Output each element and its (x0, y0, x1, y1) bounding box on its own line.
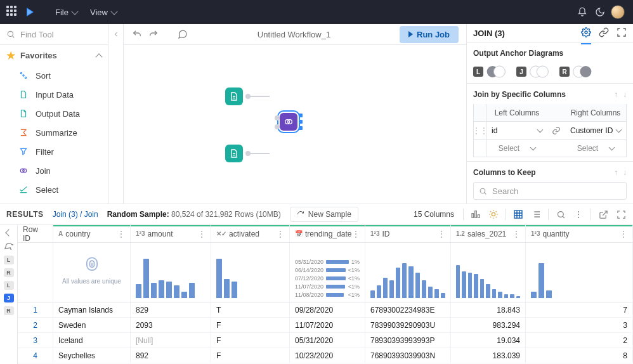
column-menu-icon[interactable]: ⋮ (351, 229, 361, 239)
insights-icon[interactable] (488, 209, 499, 220)
column-header-country[interactable]: Acountry⋮ (53, 225, 131, 242)
table-row[interactable]: 4Seychelles892F10/23/202076890393039903N… (18, 348, 633, 363)
tool-item-select[interactable]: Select (0, 180, 108, 199)
menu-file[interactable]: File (49, 8, 84, 17)
column-header-quantity[interactable]: 1²3quantity⋮ (526, 225, 633, 242)
right-column-select-empty[interactable]: Select (565, 144, 626, 153)
chevron-down-icon (537, 126, 544, 133)
node-output-port[interactable] (245, 151, 251, 156)
move-up-icon[interactable]: ↑ (614, 90, 618, 99)
chevron-down-icon (616, 126, 622, 133)
chevron-down-icon (530, 144, 537, 150)
canvas-wire (251, 96, 270, 97)
link-icon[interactable] (599, 27, 609, 39)
canvas-node-input-1[interactable] (225, 88, 243, 105)
column-menu-icon[interactable]: ⋮ (117, 229, 126, 239)
notifications-icon[interactable] (573, 3, 591, 21)
list-view-icon[interactable] (530, 209, 542, 220)
popout-icon[interactable] (597, 209, 609, 220)
collapse-left-panel[interactable] (108, 24, 124, 204)
column-menu-icon[interactable]: ⋮ (276, 229, 285, 239)
svg-point-19 (492, 212, 495, 216)
result-port-l[interactable]: L (4, 281, 14, 290)
node-output-port[interactable] (245, 94, 251, 99)
column-menu-icon[interactable]: ⋮ (512, 229, 521, 239)
right-column-select[interactable]: Customer ID (565, 126, 626, 135)
move-up-icon[interactable]: ↑ (614, 168, 618, 177)
table-row[interactable]: 3Iceland[Null]F05/31/202078930393993993P… (18, 333, 633, 348)
tool-item-summarize[interactable]: Summarize (0, 123, 108, 142)
column-menu-icon[interactable]: ⋮ (619, 229, 629, 239)
column-header-row-id[interactable]: Row ID (18, 225, 53, 242)
column-profile (526, 243, 633, 302)
node-input-port[interactable] (275, 124, 280, 129)
results-breadcrumb[interactable]: Join (3) / Join (53, 210, 98, 219)
chart-view-icon[interactable] (470, 209, 481, 220)
chevron-down-icon (110, 8, 117, 15)
node-output-ports[interactable] (299, 114, 303, 130)
redo-button[interactable] (148, 29, 159, 40)
favorites-header[interactable]: ★ Favorites (0, 45, 108, 66)
apps-menu-icon[interactable] (6, 6, 19, 18)
venn-anchor-l[interactable]: L (473, 64, 507, 79)
tool-item-input-data[interactable]: Input Data (0, 85, 108, 104)
left-column-select-empty[interactable]: Select (486, 144, 547, 153)
canvas-wire (251, 153, 270, 154)
column-header-activated[interactable]: ✕✓activated⋮ (211, 225, 290, 242)
move-down-icon[interactable]: ↓ (623, 168, 627, 177)
drag-handle-icon[interactable]: ⋮⋮ (474, 122, 486, 139)
tool-icon (18, 128, 29, 137)
config-gear-icon[interactable] (581, 27, 591, 44)
join-by-title: Join by Specific Columns (473, 90, 566, 99)
output-anchor-title: Output Anchor Diagrams (473, 49, 627, 58)
chevron-down-icon (71, 8, 78, 15)
canvas-node-input-2[interactable] (225, 145, 243, 162)
left-column-select[interactable]: id (486, 126, 547, 135)
tool-item-filter[interactable]: Filter (0, 142, 108, 161)
tool-item-sort[interactable]: Sort (0, 66, 108, 85)
canvas-node-join-selected[interactable] (280, 113, 297, 131)
table-row[interactable]: 2Sweden2093F11/07/202078399039290903U983… (18, 318, 633, 333)
search-results-icon[interactable] (555, 209, 566, 220)
run-job-button[interactable]: Run Job (400, 26, 459, 43)
result-port-r[interactable]: R (4, 268, 14, 277)
column-profile (365, 243, 451, 302)
venn-anchor-j[interactable]: J (516, 64, 551, 79)
table-row[interactable]: 1Cayman Islands829T09/28/202067893002234… (18, 302, 633, 318)
node-input-port[interactable] (275, 115, 280, 120)
undo-button[interactable] (131, 29, 143, 40)
result-port-l[interactable]: L (4, 256, 14, 264)
svg-point-12 (537, 66, 548, 77)
result-port-j[interactable]: J (4, 294, 14, 302)
result-port-r[interactable]: R (4, 306, 14, 315)
collapse-results-rail[interactable] (5, 229, 12, 236)
column-menu-icon[interactable]: ⋮ (197, 229, 207, 239)
column-header-id[interactable]: 1²3ID⋮ (365, 225, 451, 242)
move-down-icon[interactable]: ↓ (623, 90, 627, 99)
expand-icon[interactable] (617, 27, 627, 39)
find-tool-search[interactable]: Find Tool (0, 24, 108, 45)
tool-item-output-data[interactable]: Output Data (0, 104, 108, 123)
svg-point-10 (493, 66, 505, 77)
tool-icon (18, 71, 29, 80)
column-header-amount[interactable]: 1²3amount⋮ (131, 225, 211, 242)
comment-icon[interactable] (177, 29, 188, 40)
theme-toggle-icon[interactable] (591, 3, 609, 21)
messages-icon[interactable] (4, 240, 14, 250)
column-header-sales_2021[interactable]: 1.2sales_2021⋮ (451, 225, 526, 242)
refresh-icon (297, 211, 304, 218)
svg-point-14 (580, 66, 591, 77)
column-menu-icon[interactable]: ⋮ (437, 229, 447, 239)
type-icon: ✕✓ (216, 230, 226, 237)
venn-anchor-r[interactable]: R (559, 64, 594, 79)
more-options-icon[interactable]: ⋮ (573, 209, 584, 220)
columns-keep-search[interactable]: Search (473, 182, 627, 200)
tool-item-join[interactable]: Join (0, 161, 108, 180)
expand-results-icon[interactable] (615, 209, 627, 220)
new-sample-button[interactable]: New Sample (290, 207, 358, 222)
table-view-icon[interactable] (512, 209, 524, 220)
user-avatar[interactable] (609, 3, 627, 21)
menu-view[interactable]: View (84, 8, 123, 17)
column-header-trending_date[interactable]: 📅trending_date⋮ (290, 225, 365, 242)
column-profile: 05/31/20201%06/14/2020<1%07/12/2020<1%11… (290, 243, 365, 302)
